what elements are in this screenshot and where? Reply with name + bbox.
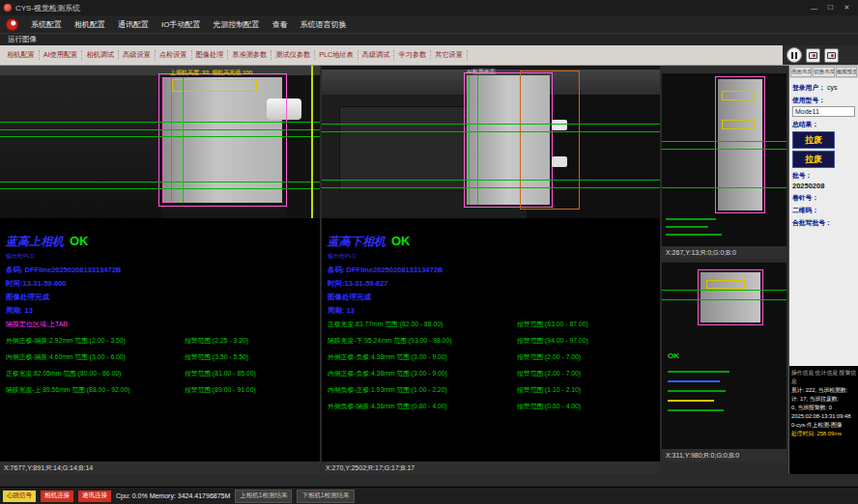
tab-other-settings[interactable]: 其它设置	[431, 50, 468, 60]
measurement-value: 隔膜宽度-下:95.24mm 范围:(93.00 - 98.00)	[328, 336, 517, 346]
measure-line	[0, 136, 320, 137]
titlebar: CYS-视觉检测系统 — ☐ ✕	[0, 0, 858, 15]
lower-camera-result-button[interactable]: 下相机1检测结果	[297, 490, 354, 503]
menu-system-config[interactable]: 系统配置	[31, 19, 62, 30]
status-bar: 心跳信号 相机连接 通讯连接 Cpu: 0.0% Memory: 3424.41…	[0, 487, 858, 504]
login-row: 登录用户： cys	[792, 83, 855, 93]
layout-button-2[interactable]: 切换布局	[813, 67, 834, 77]
stats-line: 0, 当班报警数: 0	[791, 404, 856, 412]
tab-learning-params[interactable]: 学习参数	[394, 50, 431, 60]
preview-bottom-image[interactable]: OK	[662, 263, 786, 449]
tab-advanced-settings[interactable]: 高级设置	[119, 50, 156, 60]
tab-ai-usage-config[interactable]: AI使用配置	[40, 50, 83, 60]
minimize-button[interactable]: —	[807, 2, 821, 14]
measurement-value: 内侧正极-负极:4.38mm 范围:(3.00 - 9.00)	[328, 369, 517, 378]
menu-camera-config[interactable]: 相机配置	[74, 19, 105, 30]
measurement-row: 隔膜宽度-上:89.56mm 范围:(88.00 - 92.00) 报警范围:(…	[6, 385, 314, 395]
menu-io-manual-config[interactable]: IO手动配置	[161, 19, 200, 30]
lower-camera-button[interactable]	[824, 48, 839, 63]
tab-image-processing[interactable]: 图像处理	[192, 50, 229, 60]
camera-height-label: 上相机高度: 93, 相机高亮值:100	[170, 69, 252, 77]
info-text-line	[666, 218, 716, 220]
layout-button-3[interactable]: 视频预览	[836, 67, 857, 77]
model-label: 使用型号：	[792, 96, 855, 105]
menu-view[interactable]: 查看	[272, 19, 287, 30]
tab-camera-debug[interactable]: 相机调试	[82, 50, 119, 60]
stats-header: 操作信息 统计信息 报警信息	[791, 369, 856, 386]
upper-result-block: 蓝高上相机 OK 输出给PLC 条码: DFFline2025020813313…	[0, 218, 320, 462]
total-result-box-lower: 拉废	[792, 151, 835, 168]
stats-line: 0-cys-件上检测-图像	[791, 421, 856, 430]
info-text-line	[668, 380, 720, 382]
measure-line	[662, 187, 786, 188]
tab-advanced-debug[interactable]: 高级调试	[358, 50, 395, 60]
cycle-readout: 周期: 13	[328, 306, 654, 316]
alarm-range: 报警范围:(2.00 - 7.00)	[517, 369, 654, 378]
ai-view-label: AI检测画面	[467, 68, 496, 76]
upper-camera-button[interactable]	[806, 48, 820, 63]
stats-line: 2025:02:08-13:31:09:48	[791, 412, 856, 421]
maximize-button[interactable]: ☐	[823, 2, 838, 14]
alarm-range: 报警范围:(81.00 - 85.00)	[185, 369, 314, 378]
roi-box-yellow	[706, 280, 745, 289]
menubar: 系统配置 相机配置 通讯配置 IO手动配置 光源控制配置 查看 系统语言切换	[0, 15, 858, 33]
measure-line	[322, 187, 660, 188]
highlight-spot	[552, 120, 567, 130]
roi-box-orange	[520, 70, 580, 210]
window-title: CYS-视觉检测系统	[15, 3, 80, 14]
layout-button-row: 画面布局 切换布局 视频预览	[789, 66, 858, 78]
merge-batch-label: 合批写批号：	[792, 218, 855, 228]
roi-box-yellow	[172, 79, 257, 92]
tab-plc-address-table[interactable]: PLC地址表	[315, 50, 358, 60]
sidebar-body: 登录用户： cys 使用型号： Mode11 总结果： 拉废 拉废 批号： 20…	[789, 78, 858, 366]
measure-line	[662, 141, 786, 142]
upper-camera-image[interactable]: 上相机高度: 93, 相机高亮值:100	[0, 66, 320, 218]
measurement-value: 隔膜宽度-上:89.56mm 范围:(88.00 - 92.00)	[6, 385, 185, 395]
menu-comm-config[interactable]: 通讯配置	[118, 19, 149, 30]
barcode-readout: 条码: DFFline2025020813313472B	[6, 266, 314, 275]
preview-column: X:267,Y:13;R:0;G:0;B:0 OK X:311,Y	[662, 66, 786, 474]
measurement-row: 内侧正极-负极:4.38mm 范围:(3.00 - 9.00) 报警范围:(2.…	[328, 369, 654, 378]
info-text-line	[668, 371, 729, 373]
measure-line	[322, 180, 660, 181]
tab-camera-config[interactable]: 相机配置	[3, 50, 40, 60]
camera-icon	[827, 52, 836, 59]
measurement-value: 正极宽度:82.05mm 范围:(80.00 - 86.00)	[6, 369, 185, 378]
app-window: CYS-视觉检测系统 — ☐ ✕ 系统配置 相机配置 通讯配置 IO手动配置 光…	[0, 0, 858, 504]
measurement-value: 正极宽度:83.77mm 范围:(82.00 - 88.00)	[328, 320, 517, 329]
preview-top-image[interactable]	[662, 66, 786, 246]
measurement-row: 隔膜宽度-下:95.24mm 范围:(93.00 - 98.00) 报警范围:(…	[328, 336, 654, 346]
time-readout: 时间:13-31-59-600	[6, 279, 314, 289]
cycle-readout: 周期: 13	[6, 306, 314, 316]
close-button[interactable]: ✕	[840, 2, 854, 14]
roi-box-yellow	[722, 120, 755, 129]
menu-light-control-config[interactable]: 光源控制配置	[213, 19, 259, 30]
tab-baseline-params[interactable]: 基准测参数	[228, 50, 272, 60]
pause-button[interactable]	[786, 47, 802, 63]
run-image-menu-item[interactable]: 运行图像	[8, 35, 37, 44]
highlight-spot	[552, 156, 567, 167]
machine-frame	[662, 66, 786, 73]
preview-panel-top: X:267,Y:13;R:0;G:0;B:0	[662, 66, 786, 259]
tab-test-params[interactable]: 测试仪参数	[272, 50, 315, 60]
roi-note: 隔膜定位区域:上TAB	[6, 320, 314, 329]
measurement-row: 外侧负极-隔膜:4.36mm 范围:(0.60 - 4.00) 报警范围:(0.…	[328, 402, 654, 411]
menu-language-switch[interactable]: 系统语言切换	[300, 19, 346, 30]
tab-spot-check[interactable]: 点检设置	[156, 50, 192, 60]
pixel-coord-readout: X:311,Y:980;R:0;G:0;B:0	[662, 449, 786, 462]
machine-body	[0, 75, 162, 218]
lower-result-block: 蓝高下相机 OK 输出给PLC 条码: DFFline2025020813313…	[322, 218, 660, 462]
model-select[interactable]: Mode11	[792, 106, 855, 117]
batch-value: 20250208	[792, 182, 855, 190]
measurement-row: 正极宽度:82.05mm 范围:(80.00 - 86.00) 报警范围:(81…	[6, 369, 314, 378]
camera-name-label: 蓝高下相机	[328, 234, 386, 250]
measurement-value: 外侧负极-隔膜:4.36mm 范围:(0.60 - 4.00)	[328, 402, 517, 411]
alarm-range: 报警范围:(2.25 - 3.20)	[185, 336, 314, 346]
measurement-value: 外侧正极-隔膜:2.92mm 范围:(2.00 - 3.50)	[6, 336, 185, 346]
app-logo-icon	[6, 18, 18, 31]
upper-camera-result-button[interactable]: 上相机1检测结果	[235, 490, 292, 503]
alarm-range: 报警范围:(2.00 - 7.00)	[517, 352, 654, 362]
process-status: 图像处理完成	[6, 293, 314, 302]
layout-button-1[interactable]: 画面布局	[790, 67, 812, 77]
lower-camera-image[interactable]: AI检测画面	[322, 66, 660, 218]
